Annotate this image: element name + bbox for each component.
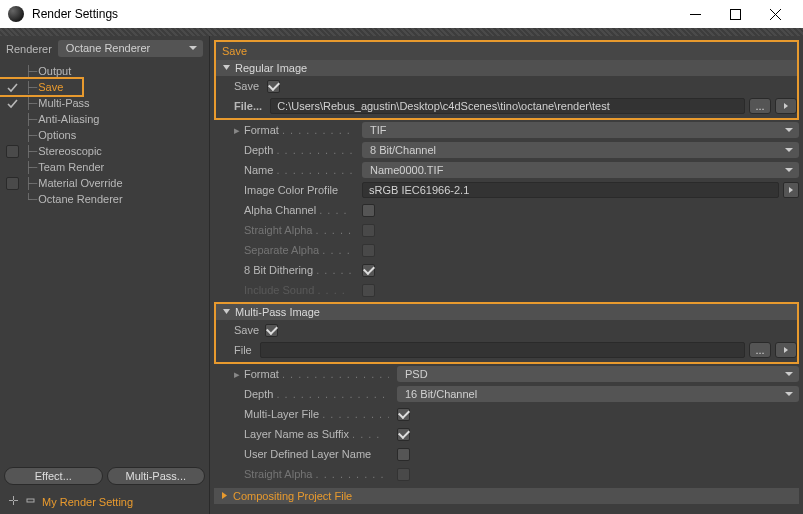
- file-path-value: C:\Users\Rebus_agustin\Desktop\c4dScenes…: [277, 100, 610, 112]
- mp-depth-select[interactable]: 16 Bit/Channel: [397, 386, 799, 402]
- name-label: Name . . . . . . . . . . .: [244, 164, 354, 176]
- chevron-right-icon: [220, 490, 229, 502]
- expand-icon[interactable]: [8, 495, 19, 508]
- tree-label: Output: [38, 65, 71, 77]
- multipass-highlight: Multi-Pass Image Save File ...: [214, 302, 799, 364]
- sound-checkbox: [362, 284, 375, 297]
- mp-browse-button[interactable]: ...: [749, 342, 771, 358]
- depth-label: Depth . . . . . . . . . . .: [244, 144, 354, 156]
- section-label: Multi-Pass Image: [235, 306, 320, 318]
- tree-label: Anti-Aliasing: [38, 113, 99, 125]
- depth-select[interactable]: 8 Bit/Channel: [362, 142, 799, 158]
- svg-rect-8: [27, 499, 34, 502]
- straight-alpha-label: Straight Alpha . . . . .: [244, 224, 354, 236]
- mp-format-label: Format . . . . . . . . . . . . . . .: [244, 368, 389, 380]
- file-label: File...: [234, 100, 262, 112]
- app-icon: [8, 6, 24, 22]
- sub-arrow-icon: ▸: [234, 368, 244, 381]
- renderer-dropdown[interactable]: Octane Renderer: [58, 40, 203, 57]
- renderer-value: Octane Renderer: [66, 42, 150, 54]
- tree-item-octane-renderer[interactable]: └─ Octane Renderer: [0, 191, 209, 207]
- section-label: Regular Image: [235, 62, 307, 74]
- mp-format-select[interactable]: PSD: [397, 366, 799, 382]
- regular-image-highlight: Save Regular Image Save File... C:\Users…: [214, 40, 799, 120]
- mp-multilayer-checkbox[interactable]: [397, 408, 410, 421]
- format-select[interactable]: TIF: [362, 122, 799, 138]
- tree-item-save[interactable]: ├─ Save: [0, 79, 209, 95]
- checkbox-checked-icon[interactable]: [6, 97, 19, 110]
- maximize-button[interactable]: [715, 0, 755, 28]
- render-setting-name: My Render Setting: [42, 496, 133, 508]
- section-compositing[interactable]: Compositing Project File: [214, 488, 799, 504]
- mp-depth-label: Depth . . . . . . . . . . . . . . . .: [244, 388, 389, 400]
- mp-file-label: File: [234, 344, 252, 356]
- dither-label: 8 Bit Dithering . . . . .: [244, 264, 354, 276]
- icp-label: Image Color Profile: [244, 184, 354, 196]
- browse-button[interactable]: ...: [749, 98, 771, 114]
- save-checkbox[interactable]: [267, 80, 280, 93]
- section-regular-image[interactable]: Regular Image: [216, 60, 797, 76]
- tree-item-stereoscopic[interactable]: ├─ Stereoscopic: [0, 143, 209, 159]
- alpha-checkbox[interactable]: [362, 204, 375, 217]
- mp-save-label: Save: [234, 324, 259, 336]
- titlebar: Render Settings: [0, 0, 803, 28]
- separate-alpha-checkbox: [362, 244, 375, 257]
- mp-file-input[interactable]: [260, 342, 745, 358]
- svg-rect-1: [730, 9, 740, 19]
- mp-save-checkbox[interactable]: [265, 324, 278, 337]
- button-label: Effect...: [35, 470, 72, 482]
- checkbox-unchecked[interactable]: [6, 145, 19, 158]
- alpha-label: Alpha Channel . . . .: [244, 204, 354, 216]
- tree-label: Options: [38, 129, 76, 141]
- renderer-label: Renderer: [6, 43, 52, 55]
- mp-userlayer-checkbox[interactable]: [397, 448, 410, 461]
- mp-straight-alpha-label: Straight Alpha . . . . . . . . . .: [244, 468, 389, 480]
- file-path-input[interactable]: C:\Users\Rebus_agustin\Desktop\c4dScenes…: [270, 98, 745, 114]
- chevron-down-icon: [222, 306, 231, 318]
- tree-label: Octane Renderer: [38, 193, 122, 205]
- tree-item-material-override[interactable]: ├─ Material Override: [0, 175, 209, 191]
- section-multipass-image[interactable]: Multi-Pass Image: [216, 304, 797, 320]
- mp-next-button[interactable]: [775, 342, 797, 358]
- window-title: Render Settings: [32, 7, 675, 21]
- icp-next-button[interactable]: [783, 182, 799, 198]
- mp-multilayer-label: Multi-Layer File . . . . . . . . .: [244, 408, 389, 420]
- tree-label: Team Render: [38, 161, 104, 173]
- format-label: Format . . . . . . . . . .: [244, 124, 354, 136]
- multi-pass-button[interactable]: Multi-Pass...: [107, 467, 206, 485]
- separate-alpha-label: Separate Alpha . . . .: [244, 244, 354, 256]
- settings-panel: Save Regular Image Save File... C:\Users…: [210, 36, 803, 514]
- sound-label: Include Sound . . . .: [244, 284, 354, 296]
- mp-layersuffix-checkbox[interactable]: [397, 428, 410, 441]
- settings-tree: ├─ Output ├─ Save ├─ Multi-Pass ├─ Anti-…: [0, 61, 209, 463]
- mp-straight-alpha-checkbox: [397, 468, 410, 481]
- tree-label: Multi-Pass: [38, 97, 89, 109]
- collapse-icon[interactable]: [25, 495, 36, 508]
- tree-item-output[interactable]: ├─ Output: [0, 63, 209, 79]
- section-label: Compositing Project File: [233, 490, 352, 502]
- close-button[interactable]: [755, 0, 795, 28]
- sub-arrow-icon: ▸: [234, 124, 244, 137]
- tree-item-multi-pass[interactable]: ├─ Multi-Pass: [0, 95, 209, 111]
- minimize-button[interactable]: [675, 0, 715, 28]
- grip-bar[interactable]: [0, 28, 803, 36]
- checkbox-unchecked[interactable]: [6, 177, 19, 190]
- render-setting-row[interactable]: My Render Setting: [4, 493, 205, 510]
- name-select[interactable]: Name0000.TIF: [362, 162, 799, 178]
- tree-item-anti-aliasing[interactable]: ├─ Anti-Aliasing: [0, 111, 209, 127]
- save-label: Save: [234, 80, 259, 92]
- tree-item-options[interactable]: ├─ Options: [0, 127, 209, 143]
- straight-alpha-checkbox: [362, 224, 375, 237]
- effect-button[interactable]: Effect...: [4, 467, 103, 485]
- checkbox-checked-icon[interactable]: [6, 81, 19, 94]
- chevron-down-icon: [222, 62, 231, 74]
- next-button[interactable]: [775, 98, 797, 114]
- dither-checkbox[interactable]: [362, 264, 375, 277]
- icp-field[interactable]: sRGB IEC61966-2.1: [362, 182, 779, 198]
- tree-item-team-render[interactable]: ├─ Team Render: [0, 159, 209, 175]
- tree-label: Stereoscopic: [38, 145, 102, 157]
- mp-userlayer-label: User Defined Layer Name: [244, 448, 389, 460]
- checkbox-placeholder: [6, 65, 19, 78]
- tree-label: Save: [38, 81, 63, 93]
- sidebar: Renderer Octane Renderer ├─ Output ├─ Sa…: [0, 36, 210, 514]
